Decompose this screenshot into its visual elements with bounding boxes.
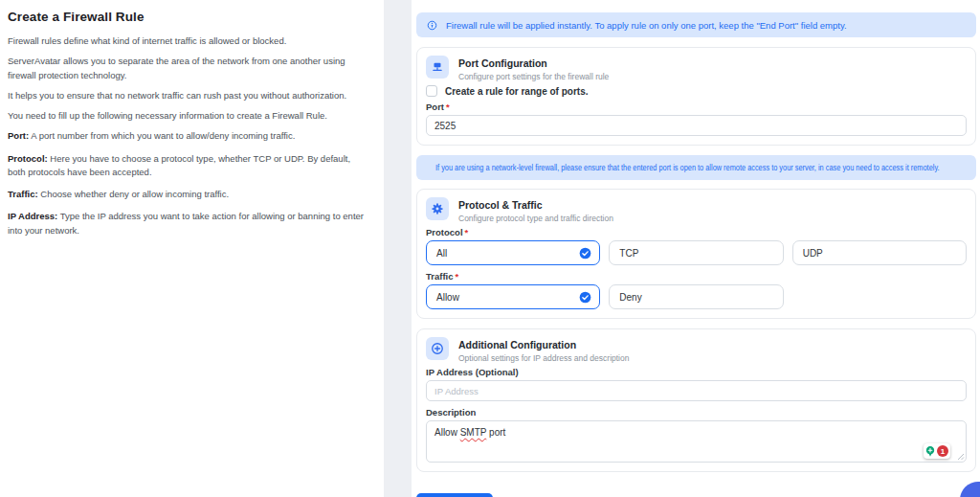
port-range-checkbox[interactable]	[426, 85, 437, 97]
section-subtitle: Configure port settings for the firewall…	[458, 72, 609, 81]
plus-circle-icon	[431, 342, 444, 355]
panel-divider	[384, 0, 412, 497]
definition-text: Type the IP address you want to take act…	[8, 211, 364, 235]
help-panel: Create a Firewall Rule Firewall rules de…	[0, 0, 384, 497]
definition-port: Port: A port number from which you want …	[8, 129, 370, 143]
traffic-option-allow[interactable]: Allow	[426, 284, 600, 309]
card-header-text: Additional Configuration Optional settin…	[458, 337, 629, 363]
definition-term: Protocol:	[8, 153, 48, 164]
info-icon	[427, 20, 437, 31]
card-header: Port Configuration Configure port settin…	[426, 56, 967, 81]
grammar-extension-badge[interactable]: 1	[924, 443, 950, 459]
gear-icon	[431, 202, 444, 215]
port-configuration-card: Port Configuration Configure port settin…	[416, 47, 976, 146]
port-input[interactable]	[426, 115, 967, 136]
card-header-text: Port Configuration Configure port settin…	[458, 56, 609, 81]
ip-address-input[interactable]	[426, 380, 967, 401]
port-range-label: Create a rule for range of ports.	[445, 86, 588, 97]
section-subtitle: Optional settings for IP address and des…	[458, 353, 629, 363]
definition-term: IP Address:	[8, 211, 57, 221]
create-rule-button[interactable]: Create Rule	[416, 493, 493, 497]
resize-handle-icon[interactable]	[957, 453, 965, 461]
page-title: Create a Firewall Rule	[8, 10, 370, 24]
grammar-issue-count: 1	[937, 445, 948, 457]
help-paragraph: You need to fill up the following necess…	[8, 109, 370, 123]
required-asterisk: *	[456, 271, 459, 282]
additional-configuration-card: Additional Configuration Optional settin…	[416, 328, 976, 472]
protocol-option-all[interactable]: All	[426, 240, 600, 265]
description-textarea[interactable]: Allow SMTP port 1	[426, 420, 967, 463]
gear-icon-tile	[426, 197, 449, 220]
section-title: Port Configuration	[458, 56, 609, 69]
protocol-label: Protocol*	[426, 227, 967, 237]
definition-text: Choose whether deny or allow incoming tr…	[38, 189, 229, 199]
card-header-text: Protocol & Traffic Configure protocol ty…	[458, 197, 613, 223]
check-circle-icon	[579, 291, 591, 304]
banner-text: If you are using a network-level firewal…	[435, 163, 940, 172]
protocol-option-udp[interactable]: UDP	[792, 240, 967, 265]
protocol-options: All TCP UDP	[426, 240, 967, 265]
grammar-pin-icon	[925, 445, 935, 458]
definition-text: Here you have to choose a protocol type,…	[8, 153, 350, 177]
check-circle-icon	[579, 247, 591, 260]
definition-text: A port number from which you want to all…	[29, 130, 295, 141]
section-subtitle: Configure protocol type and traffic dire…	[458, 214, 613, 223]
definition-term: Port:	[8, 130, 29, 141]
definition-ip-address: IP Address: Type the IP address you want…	[8, 210, 370, 237]
protocol-option-tcp[interactable]: TCP	[609, 240, 783, 265]
network-firewall-banner: If you are using a network-level firewal…	[416, 155, 976, 180]
traffic-label: Traffic*	[426, 271, 967, 282]
protocol-traffic-card: Protocol & Traffic Configure protocol ty…	[416, 189, 976, 319]
traffic-option-deny[interactable]: Deny	[609, 284, 783, 309]
definition-protocol: Protocol: Here you have to choose a prot…	[8, 152, 370, 180]
help-paragraph: Firewall rules define what kind of inter…	[8, 34, 370, 48]
firewall-rule-form: Firewall rule will be applied instantly.…	[412, 0, 980, 497]
card-header: Protocol & Traffic Configure protocol ty…	[426, 197, 967, 223]
section-title: Protocol & Traffic	[458, 197, 613, 211]
misspelled-word: SMTP	[460, 427, 487, 438]
card-header: Additional Configuration Optional settin…	[426, 337, 967, 363]
banner-text: Firewall rule will be applied instantly.…	[446, 20, 847, 31]
definition-term: Traffic:	[8, 189, 38, 199]
description-label: Description	[426, 407, 967, 418]
section-title: Additional Configuration	[458, 337, 629, 350]
ip-address-label: IP Address (Optional)	[426, 367, 967, 377]
port-label: Port*	[426, 102, 967, 112]
required-asterisk: *	[465, 227, 469, 237]
instant-apply-banner: Firewall rule will be applied instantly.…	[416, 12, 976, 37]
required-asterisk: *	[446, 102, 450, 112]
port-icon-tile	[426, 56, 449, 79]
description-text: Allow SMTP port	[434, 427, 505, 438]
help-paragraph: It helps you to ensure that no network t…	[8, 89, 370, 102]
help-paragraph: ServerAvatar allows you to separate the …	[8, 55, 370, 82]
plus-icon-tile	[426, 337, 449, 360]
ethernet-port-icon	[431, 60, 444, 74]
definition-traffic: Traffic: Choose whether deny or allow in…	[8, 188, 370, 201]
port-range-row: Create a rule for range of ports.	[426, 85, 967, 97]
traffic-options: Allow Deny	[426, 284, 967, 309]
